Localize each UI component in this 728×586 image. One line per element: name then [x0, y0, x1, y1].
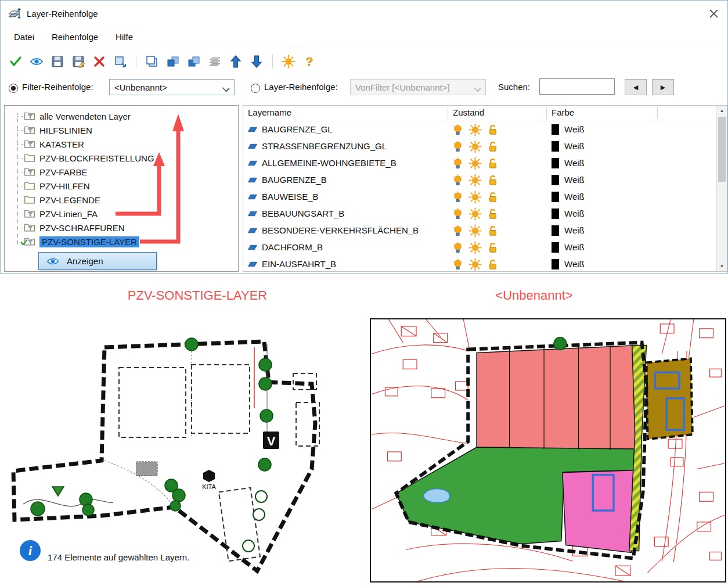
- sun-icon[interactable]: [468, 140, 482, 153]
- layer-order-label: Layer-Reihenfolge:: [264, 82, 338, 92]
- bulb-icon[interactable]: [451, 190, 464, 204]
- anzeigen-tooltip[interactable]: Anzeigen: [38, 252, 157, 270]
- col-layername[interactable]: Layername: [248, 107, 291, 117]
- layer-icon: [247, 242, 258, 253]
- tree-item-alle-verwendeten-layer[interactable]: alle Verwendeten Layer: [5, 109, 238, 123]
- lock-open-icon[interactable]: [486, 140, 499, 153]
- tree-item-pzv-blockfreistellung[interactable]: PZV-BLOCKFREISTELLUNG: [5, 151, 238, 165]
- layer-order-radio[interactable]: [251, 84, 260, 93]
- bulb-icon[interactable]: [451, 258, 464, 271]
- filter-folder-icon: [23, 138, 36, 150]
- scrollbar-thumb[interactable]: [718, 117, 726, 182]
- sun-icon[interactable]: [468, 258, 482, 271]
- color-swatch[interactable]: [552, 242, 559, 253]
- col-farbe[interactable]: Farbe: [552, 107, 574, 117]
- sun-icon[interactable]: [468, 190, 482, 204]
- tree-item-kataster[interactable]: KATASTER: [5, 137, 238, 151]
- help-button[interactable]: [301, 53, 318, 70]
- bulb-icon[interactable]: [451, 157, 464, 170]
- tree-item-pzv-sonstige-layer[interactable]: PZV-SONSTIGE-LAYER: [5, 235, 238, 249]
- confirm-button[interactable]: [8, 53, 24, 70]
- tree-item-pzv-hilfen[interactable]: PZV-HILFEN: [5, 179, 238, 193]
- lock-open-icon[interactable]: [486, 157, 499, 170]
- tree-item-label: PZV-SCHRAFFUREN: [39, 223, 125, 233]
- layer-name: ALLGEMEINE-WOHNGEBIETE_B: [262, 158, 397, 168]
- new-filter-button[interactable]: [112, 53, 128, 70]
- table-row[interactable]: DACHFORM_B Weiß: [243, 239, 727, 256]
- copy-filter-button[interactable]: [144, 53, 160, 70]
- scroll-up-button[interactable]: ▲: [717, 106, 727, 116]
- check-icon: [9, 55, 23, 69]
- lock-open-icon[interactable]: [486, 207, 499, 221]
- lock-open-icon[interactable]: [486, 224, 499, 238]
- scroll-down-button[interactable]: ▼: [717, 261, 727, 271]
- bulb-icon[interactable]: [451, 174, 464, 187]
- tree-item-pzv-schraffuren[interactable]: PZV-SCHRAFFUREN: [5, 221, 238, 235]
- color-swatch[interactable]: [552, 259, 559, 269]
- bulb-icon[interactable]: [451, 224, 464, 238]
- send-back-button[interactable]: [186, 53, 202, 70]
- move-down-button[interactable]: [248, 53, 265, 70]
- show-button[interactable]: [28, 53, 45, 70]
- table-row[interactable]: BEBAUUNGSART_B Weiß: [243, 206, 727, 222]
- menu-datei[interactable]: Datei: [5, 28, 43, 46]
- table-row[interactable]: ALLGEMEINE-WOHNGEBIETE_B Weiß: [243, 155, 727, 172]
- layer-stack-button[interactable]: [207, 53, 223, 70]
- color-swatch[interactable]: [552, 175, 559, 185]
- save-as-button[interactable]: [70, 53, 87, 70]
- folder-icon: [23, 152, 36, 164]
- table-row[interactable]: EIN-AUSFAHRT_B Weiß: [243, 256, 727, 273]
- col-zustand[interactable]: Zustand: [453, 107, 484, 117]
- lock-open-icon[interactable]: [486, 174, 499, 187]
- table-row[interactable]: BAUGRENZE_GL Weiß: [243, 121, 727, 138]
- menu-reihenfolge[interactable]: Reihenfolge: [43, 28, 107, 46]
- lock-open-icon[interactable]: [486, 123, 499, 136]
- color-swatch[interactable]: [552, 192, 559, 202]
- sun-icon[interactable]: [468, 207, 482, 221]
- tree-item-pzv-legende[interactable]: PZV-LEGENDE: [5, 193, 238, 207]
- color-swatch[interactable]: [552, 124, 559, 135]
- sun-icon[interactable]: [468, 123, 482, 136]
- lock-open-icon[interactable]: [486, 241, 499, 254]
- menu-hilfe[interactable]: Hilfe: [107, 28, 142, 46]
- search-next-button[interactable]: ▶: [652, 79, 674, 95]
- save-button[interactable]: [49, 53, 66, 70]
- save-as-icon: [71, 55, 85, 69]
- vertical-scrollbar[interactable]: ▲ ▼: [716, 106, 727, 271]
- sun-icon[interactable]: [468, 241, 482, 254]
- right-map: [370, 318, 726, 583]
- filter-select[interactable]: <Unbenannt>: [109, 79, 235, 95]
- move-up-button[interactable]: [228, 53, 244, 70]
- search-prev-button[interactable]: ◀: [625, 79, 647, 95]
- table-row[interactable]: BESONDERE-VERKEHRSFLÄCHEN_B Weiß: [243, 222, 727, 239]
- color-swatch[interactable]: [552, 208, 559, 219]
- lock-open-icon[interactable]: [486, 190, 499, 204]
- sun-icon[interactable]: [468, 224, 482, 238]
- bulb-icon[interactable]: [451, 123, 464, 136]
- table-row[interactable]: BAUWEISE_B Weiß: [243, 189, 727, 206]
- table-row[interactable]: STRASSENBEGRENZUNG_GL Weiß: [243, 138, 727, 155]
- tree-item-pzv-farbe[interactable]: PZV-FARBE: [5, 165, 238, 179]
- color-name: Weiß: [564, 225, 585, 235]
- bring-front-button[interactable]: [165, 53, 181, 70]
- new-square-icon: [113, 55, 127, 69]
- sun-icon[interactable]: [468, 174, 482, 187]
- layer-icon: [247, 259, 258, 269]
- bulb-icon[interactable]: [451, 241, 464, 254]
- color-swatch[interactable]: [552, 225, 559, 236]
- table-row[interactable]: BAUGRENZE_B Weiß: [243, 172, 727, 189]
- sun-icon[interactable]: [468, 157, 482, 170]
- color-swatch[interactable]: [552, 158, 559, 168]
- close-button[interactable]: [700, 1, 727, 26]
- lock-open-icon[interactable]: [486, 258, 499, 271]
- filter-order-radio[interactable]: [9, 84, 18, 93]
- bulb-icon[interactable]: [451, 140, 464, 153]
- search-input[interactable]: [539, 78, 615, 95]
- bulb-icon[interactable]: [451, 207, 464, 221]
- day-night-button[interactable]: [280, 53, 297, 70]
- color-name: Weiß: [564, 158, 585, 168]
- color-swatch[interactable]: [552, 141, 559, 152]
- tree-item-pzv-linien-fa[interactable]: PZV-Linien_FA: [5, 207, 238, 221]
- tree-item-hilfslinien[interactable]: HILFSLINIEN: [5, 123, 238, 137]
- delete-button[interactable]: [91, 53, 107, 70]
